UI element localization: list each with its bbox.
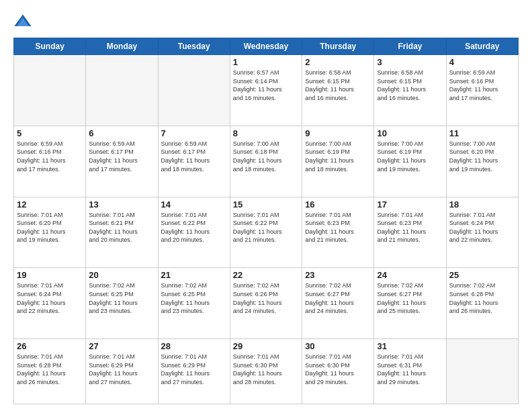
day-number: 23	[305, 270, 371, 280]
calendar-header-saturday: Saturday	[446, 38, 518, 55]
day-info: Sunrise: 7:01 AMSunset: 6:29 PMDaylight:…	[161, 353, 227, 386]
calendar-cell: 9Sunrise: 7:00 AMSunset: 6:19 PMDaylight…	[302, 126, 374, 197]
calendar-cell: 7Sunrise: 6:59 AMSunset: 6:17 PMDaylight…	[158, 126, 230, 197]
day-number: 7	[161, 128, 227, 138]
day-number: 18	[449, 199, 515, 210]
calendar-header-tuesday: Tuesday	[158, 38, 230, 55]
day-number: 6	[89, 128, 154, 138]
calendar-cell: 15Sunrise: 7:01 AMSunset: 6:22 PMDayligh…	[230, 197, 302, 268]
day-info: Sunrise: 7:01 AMSunset: 6:23 PMDaylight:…	[305, 211, 371, 244]
calendar-cell: 26Sunrise: 7:01 AMSunset: 6:28 PMDayligh…	[14, 339, 86, 404]
day-info: Sunrise: 7:01 AMSunset: 6:29 PMDaylight:…	[89, 353, 154, 386]
day-number: 9	[305, 128, 371, 138]
calendar-cell: 13Sunrise: 7:01 AMSunset: 6:21 PMDayligh…	[86, 197, 158, 268]
day-info: Sunrise: 7:02 AMSunset: 6:26 PMDaylight:…	[233, 281, 299, 315]
calendar-cell: 23Sunrise: 7:02 AMSunset: 6:27 PMDayligh…	[302, 268, 374, 339]
day-info: Sunrise: 7:02 AMSunset: 6:27 PMDaylight:…	[377, 281, 443, 315]
day-info: Sunrise: 6:58 AMSunset: 6:15 PMDaylight:…	[377, 68, 443, 102]
day-info: Sunrise: 7:02 AMSunset: 6:25 PMDaylight:…	[161, 281, 227, 315]
day-number: 2	[305, 57, 371, 67]
day-info: Sunrise: 7:00 AMSunset: 6:20 PMDaylight:…	[449, 140, 515, 173]
calendar-cell	[158, 55, 230, 126]
day-number: 1	[233, 57, 299, 67]
day-number: 30	[305, 341, 371, 351]
day-number: 12	[17, 199, 83, 210]
calendar-header-monday: Monday	[86, 38, 158, 55]
day-info: Sunrise: 7:00 AMSunset: 6:19 PMDaylight:…	[377, 140, 443, 173]
calendar-cell: 6Sunrise: 6:59 AMSunset: 6:17 PMDaylight…	[86, 126, 158, 197]
day-info: Sunrise: 7:01 AMSunset: 6:22 PMDaylight:…	[233, 211, 299, 244]
day-number: 17	[377, 199, 443, 210]
day-number: 3	[377, 57, 443, 67]
calendar-cell: 4Sunrise: 6:59 AMSunset: 6:16 PMDaylight…	[446, 55, 518, 126]
calendar-header-sunday: Sunday	[14, 38, 86, 55]
day-number: 29	[233, 341, 299, 351]
calendar-cell: 28Sunrise: 7:01 AMSunset: 6:29 PMDayligh…	[158, 339, 230, 404]
calendar-cell	[86, 55, 158, 126]
logo	[13, 12, 34, 31]
calendar-cell: 11Sunrise: 7:00 AMSunset: 6:20 PMDayligh…	[446, 126, 518, 197]
calendar-header-thursday: Thursday	[302, 38, 374, 55]
day-info: Sunrise: 7:02 AMSunset: 6:27 PMDaylight:…	[305, 281, 371, 315]
calendar-cell: 2Sunrise: 6:58 AMSunset: 6:15 PMDaylight…	[302, 55, 374, 126]
day-info: Sunrise: 6:59 AMSunset: 6:17 PMDaylight:…	[89, 140, 154, 173]
day-number: 8	[233, 128, 299, 138]
day-info: Sunrise: 7:02 AMSunset: 6:25 PMDaylight:…	[89, 281, 154, 315]
calendar-cell: 24Sunrise: 7:02 AMSunset: 6:27 PMDayligh…	[374, 268, 446, 339]
day-info: Sunrise: 7:01 AMSunset: 6:30 PMDaylight:…	[233, 353, 299, 386]
day-info: Sunrise: 7:00 AMSunset: 6:18 PMDaylight:…	[233, 140, 299, 173]
calendar-cell: 25Sunrise: 7:02 AMSunset: 6:28 PMDayligh…	[446, 268, 518, 339]
day-info: Sunrise: 7:01 AMSunset: 6:30 PMDaylight:…	[305, 353, 371, 386]
page: SundayMondayTuesdayWednesdayThursdayFrid…	[0, 0, 532, 411]
day-number: 21	[161, 270, 227, 280]
day-info: Sunrise: 7:01 AMSunset: 6:24 PMDaylight:…	[17, 281, 83, 315]
day-info: Sunrise: 7:00 AMSunset: 6:19 PMDaylight:…	[305, 140, 371, 173]
day-number: 24	[377, 270, 443, 280]
calendar-cell: 20Sunrise: 7:02 AMSunset: 6:25 PMDayligh…	[86, 268, 158, 339]
calendar-cell: 10Sunrise: 7:00 AMSunset: 6:19 PMDayligh…	[374, 126, 446, 197]
day-info: Sunrise: 7:01 AMSunset: 6:24 PMDaylight:…	[449, 211, 515, 244]
calendar-cell: 3Sunrise: 6:58 AMSunset: 6:15 PMDaylight…	[374, 55, 446, 126]
day-number: 26	[17, 341, 83, 351]
day-number: 28	[161, 341, 227, 351]
calendar-cell	[14, 55, 86, 126]
day-info: Sunrise: 7:01 AMSunset: 6:21 PMDaylight:…	[89, 211, 154, 244]
calendar-cell: 8Sunrise: 7:00 AMSunset: 6:18 PMDaylight…	[230, 126, 302, 197]
calendar-header-friday: Friday	[374, 38, 446, 55]
day-number: 31	[377, 341, 443, 351]
calendar-cell: 22Sunrise: 7:02 AMSunset: 6:26 PMDayligh…	[230, 268, 302, 339]
calendar-cell: 1Sunrise: 6:57 AMSunset: 6:14 PMDaylight…	[230, 55, 302, 126]
day-number: 25	[449, 270, 515, 280]
calendar-header-row: SundayMondayTuesdayWednesdayThursdayFrid…	[14, 38, 519, 55]
calendar-cell: 17Sunrise: 7:01 AMSunset: 6:23 PMDayligh…	[374, 197, 446, 268]
day-number: 5	[17, 128, 83, 138]
calendar-cell: 18Sunrise: 7:01 AMSunset: 6:24 PMDayligh…	[446, 197, 518, 268]
day-info: Sunrise: 7:01 AMSunset: 6:28 PMDaylight:…	[17, 353, 83, 386]
calendar-cell: 16Sunrise: 7:01 AMSunset: 6:23 PMDayligh…	[302, 197, 374, 268]
calendar-cell: 30Sunrise: 7:01 AMSunset: 6:30 PMDayligh…	[302, 339, 374, 404]
day-number: 19	[17, 270, 83, 280]
day-info: Sunrise: 7:01 AMSunset: 6:31 PMDaylight:…	[377, 353, 443, 386]
calendar-cell: 31Sunrise: 7:01 AMSunset: 6:31 PMDayligh…	[374, 339, 446, 404]
day-number: 13	[89, 199, 154, 210]
day-info: Sunrise: 6:58 AMSunset: 6:15 PMDaylight:…	[305, 68, 371, 102]
day-info: Sunrise: 7:02 AMSunset: 6:28 PMDaylight:…	[449, 281, 515, 315]
calendar-week-4: 26Sunrise: 7:01 AMSunset: 6:28 PMDayligh…	[14, 339, 519, 404]
day-info: Sunrise: 6:59 AMSunset: 6:16 PMDaylight:…	[17, 140, 83, 173]
header	[13, 12, 519, 31]
day-number: 20	[89, 270, 154, 280]
day-number: 15	[233, 199, 299, 210]
day-info: Sunrise: 6:57 AMSunset: 6:14 PMDaylight:…	[233, 68, 299, 102]
day-number: 22	[233, 270, 299, 280]
calendar: SundayMondayTuesdayWednesdayThursdayFrid…	[13, 38, 519, 404]
day-info: Sunrise: 6:59 AMSunset: 6:16 PMDaylight:…	[449, 68, 515, 102]
day-number: 11	[449, 128, 515, 138]
day-info: Sunrise: 6:59 AMSunset: 6:17 PMDaylight:…	[161, 140, 227, 173]
day-number: 14	[161, 199, 227, 210]
calendar-week-2: 12Sunrise: 7:01 AMSunset: 6:20 PMDayligh…	[14, 197, 519, 268]
calendar-cell: 19Sunrise: 7:01 AMSunset: 6:24 PMDayligh…	[14, 268, 86, 339]
calendar-cell: 27Sunrise: 7:01 AMSunset: 6:29 PMDayligh…	[86, 339, 158, 404]
day-info: Sunrise: 7:01 AMSunset: 6:20 PMDaylight:…	[17, 211, 83, 244]
calendar-week-0: 1Sunrise: 6:57 AMSunset: 6:14 PMDaylight…	[14, 55, 519, 126]
calendar-cell	[446, 339, 518, 404]
